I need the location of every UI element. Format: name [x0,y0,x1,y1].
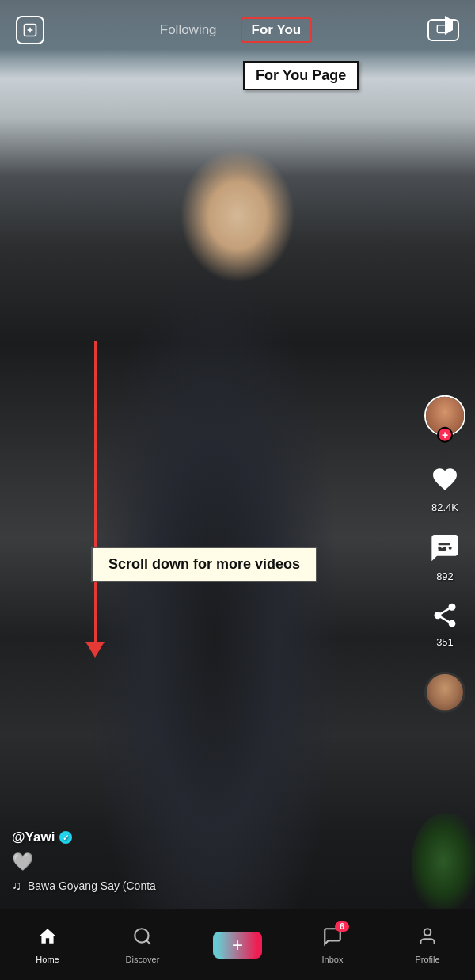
music-info[interactable]: ♫ Bawa Goyang Say (Conta [12,879,156,893]
bottom-info: @Yawi ✓ 🤍 ♫ Bawa Goyang Say (Conta [12,829,156,893]
save-heart-icon[interactable]: 🤍 [12,852,156,872]
inbox-icon: 6 [322,926,343,951]
like-button[interactable] [426,459,464,498]
create-nav-item[interactable]: + [214,932,261,959]
following-tab[interactable]: Following [160,22,217,38]
svg-point-8 [135,929,148,942]
home-nav-item[interactable]: Home [24,926,71,964]
share-button[interactable] [428,597,462,632]
svg-point-5 [438,546,441,549]
comment-action[interactable]: 892 [426,528,464,582]
svg-point-7 [449,546,452,549]
music-note-icon: ♫ [12,879,21,893]
bottom-navigation: Home Discover + 6 Inbox [0,909,475,980]
discover-nav-item[interactable]: Discover [119,926,166,964]
add-video-button[interactable] [16,16,44,44]
verified-badge: ✓ [59,831,72,844]
arrow-head [86,642,104,658]
share-count: 351 [436,635,454,647]
profile-label: Profile [415,955,439,964]
discover-icon [132,926,153,951]
live-button[interactable] [428,19,459,41]
svg-rect-3 [437,25,447,32]
comment-button[interactable] [426,528,464,566]
inbox-label: Inbox [322,955,344,964]
for-you-page-annotation: For You Page [243,61,359,90]
scroll-arrow [86,341,104,658]
plants-decoration [412,814,475,909]
for-you-tab[interactable]: For You [241,17,313,43]
home-label: Home [36,955,59,964]
like-count: 82.4K [431,501,458,513]
profile-nav-item[interactable]: Profile [404,926,451,964]
right-sidebar: + 82.4K 892 351 [424,395,466,712]
share-action[interactable]: 351 [428,597,462,647]
music-title: Bawa Goyang Say (Conta [28,879,156,892]
username: @Yawi ✓ [12,829,156,845]
create-button[interactable]: + [218,932,257,959]
home-icon [37,926,58,951]
arrow-line [94,341,97,642]
svg-marker-4 [447,26,450,32]
svg-point-6 [443,546,446,549]
inbox-badge: 6 [335,921,349,932]
like-action[interactable]: 82.4K [426,459,464,513]
discover-label: Discover [126,955,160,964]
svg-line-9 [146,940,150,944]
svg-point-10 [424,929,431,936]
nav-tabs: Following For You [160,17,312,43]
comment-count: 892 [436,570,454,582]
profile-icon [417,926,438,951]
scroll-annotation: Scroll down for more videos [91,547,317,582]
follow-plus-button[interactable]: + [437,426,453,442]
inbox-nav-item[interactable]: 6 Inbox [309,926,356,964]
top-navigation: Following For You [0,0,475,59]
music-avatar[interactable] [424,671,466,712]
music-avatar-face [427,673,463,710]
creator-avatar-container[interactable]: + [424,395,466,436]
